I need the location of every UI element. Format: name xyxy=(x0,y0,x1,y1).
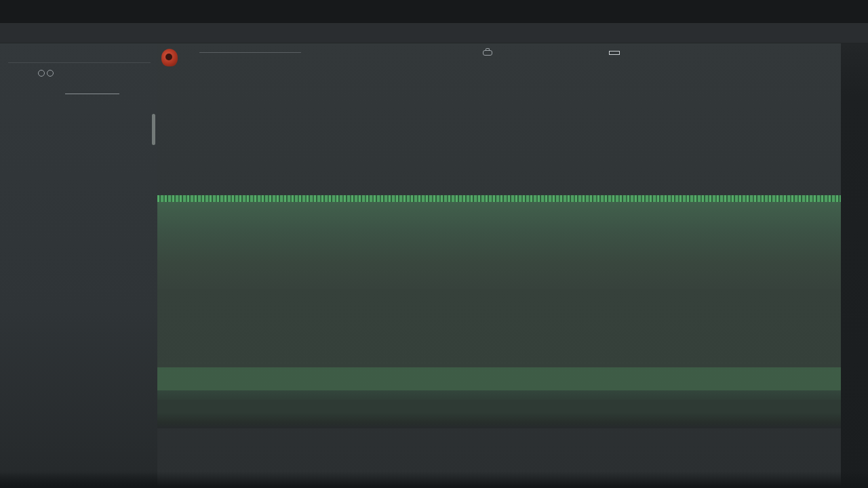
waveform-fade xyxy=(157,413,841,428)
main-panel xyxy=(157,43,841,488)
waveform-track-bottom[interactable] xyxy=(157,289,841,390)
track-header xyxy=(157,43,841,83)
subtitle-divider-line xyxy=(199,52,301,53)
clip-count-badge[interactable] xyxy=(483,50,492,56)
toolbar xyxy=(0,23,868,43)
app-window xyxy=(0,0,868,488)
record-icon-inner xyxy=(165,54,172,60)
boxed-button[interactable] xyxy=(609,51,620,55)
waveform-track-top[interactable] xyxy=(157,111,841,195)
filter-icon xyxy=(38,70,45,77)
menu-bar xyxy=(0,0,868,23)
record-icon[interactable] xyxy=(161,49,178,66)
sidebar-section-title xyxy=(0,79,157,94)
waveform-bottom-bars xyxy=(157,289,841,390)
info-strip xyxy=(157,99,841,111)
sidebar-link[interactable] xyxy=(0,94,157,102)
body xyxy=(0,43,868,488)
sidebar xyxy=(0,43,157,488)
sidebar-filter-row[interactable] xyxy=(0,63,157,79)
filter-icon xyxy=(47,70,54,77)
header-icon-row xyxy=(483,50,655,56)
waveform-selection-fill[interactable] xyxy=(157,202,841,289)
waveform-sub-strip xyxy=(157,390,841,400)
sidebar-scrollbar-thumb[interactable] xyxy=(152,114,155,145)
right-dark-panel xyxy=(841,43,868,488)
waveform-baseline-strip xyxy=(157,195,841,202)
waveform-area[interactable] xyxy=(157,111,841,428)
marker-row[interactable] xyxy=(157,400,841,413)
